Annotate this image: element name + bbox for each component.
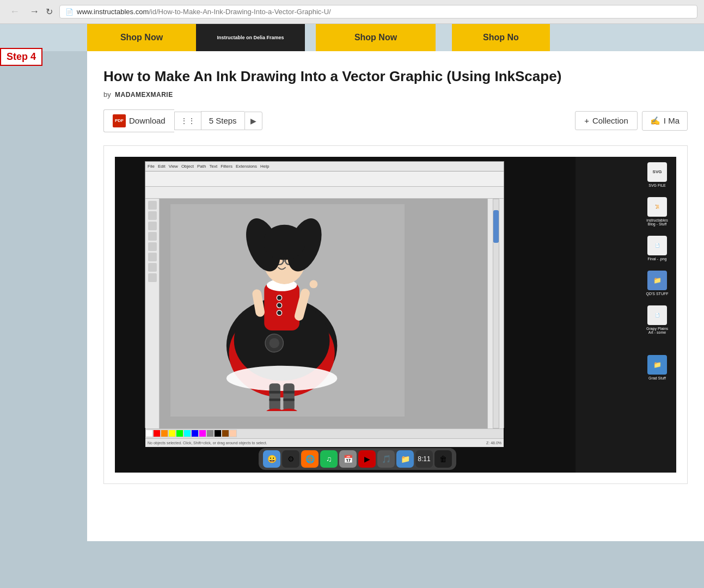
svg-rect-17 xyxy=(270,383,280,411)
collection-button[interactable]: + Collection xyxy=(575,111,638,130)
color-orange[interactable] xyxy=(161,430,168,437)
desktop-icons: SVG SVG FILE 📜 instructablesBlog - Stuff… xyxy=(576,157,676,385)
svg-point-29 xyxy=(310,280,318,288)
dock-gear[interactable]: ⚙ xyxy=(282,450,299,468)
inkscape-second-toolbar xyxy=(145,187,504,199)
inkscape-toolbox xyxy=(145,199,160,428)
ad-yellow-2[interactable]: Shop Now xyxy=(316,24,436,51)
refresh-button[interactable]: ↻ xyxy=(46,7,53,17)
address-bar[interactable]: 📄 www.instructables.com/id/How-to-Make-A… xyxy=(59,5,697,19)
svg-point-8 xyxy=(277,303,281,308)
author-name: MADAMExMARIE xyxy=(115,91,173,99)
article-author: by MADAMExMARIE xyxy=(103,90,688,99)
color-green[interactable] xyxy=(176,430,183,437)
inkscape-right-panel xyxy=(487,199,504,428)
dock-finder[interactable]: 😀 xyxy=(263,450,280,468)
imade-label: I Ma xyxy=(664,116,679,125)
ad-yellow-1[interactable]: Shop Now xyxy=(87,24,196,51)
step-badge-label: Step 4 xyxy=(7,51,36,62)
svg-rect-19 xyxy=(270,391,280,394)
mac-desktop: SVG SVG FILE 📜 instructablesBlog - Stuff… xyxy=(576,157,676,473)
steps-label: 5 Steps xyxy=(209,116,237,125)
desktop-icon-5: 📄 Grapy PlainsArt - some xyxy=(644,305,671,334)
character-illustration xyxy=(203,210,356,411)
dock-ical[interactable]: 📅 xyxy=(339,450,357,468)
left-sidebar xyxy=(0,51,87,541)
ad-shop-text-2: Shop Now xyxy=(354,33,397,42)
color-black[interactable] xyxy=(214,430,222,437)
svg-point-9 xyxy=(277,310,281,315)
status-text: No objects selected. Click, Shift+click,… xyxy=(148,441,267,445)
dock-firefox[interactable]: 🌐 xyxy=(301,450,319,468)
menu-filters: Filters xyxy=(221,164,232,169)
ad-dark[interactable]: Instructable on Delia Frames xyxy=(196,24,305,51)
desktop-icon-label-5: Grapy PlainsArt - some xyxy=(646,327,668,334)
toolbar-right: + Collection ✍ I Ma xyxy=(575,111,688,131)
desktop-icon-1: SVG SVG FILE xyxy=(644,162,671,187)
image-container: File Edit View Object Path Text Filters … xyxy=(103,145,688,484)
download-button[interactable]: PDF Download xyxy=(103,109,174,132)
next-icon: ▶ xyxy=(250,117,256,125)
ad-shop-text-1: Shop Now xyxy=(120,33,163,42)
dock-itunes[interactable]: 🎵 xyxy=(377,450,395,468)
url-path: /id/How-to-Make-An-Ink-Drawing-Into-a-Ve… xyxy=(149,8,330,16)
color-red[interactable] xyxy=(153,430,161,437)
ad-banner: Shop Now Instructable on Delia Frames Sh… xyxy=(0,24,704,51)
color-magenta[interactable] xyxy=(199,430,206,437)
inkscape-canvas xyxy=(160,199,487,428)
scrollbar-track[interactable] xyxy=(493,199,499,428)
content-area: How to Make An Ink Drawing Into a Vector… xyxy=(87,51,704,541)
desktop-icon-3: 📄 Final - .png xyxy=(644,236,671,261)
next-step-button[interactable]: ▶ xyxy=(244,112,262,130)
menu-file: File xyxy=(148,164,155,169)
ad-dark-text: Instructable on Delia Frames xyxy=(217,35,284,40)
color-yellow[interactable] xyxy=(168,430,176,437)
dock-container: 😀 ⚙ 🌐 ♫ 📅 ▶ 🎵 📁 8:11 🗑 xyxy=(259,448,456,470)
inkscape-color-palette xyxy=(145,428,504,438)
mac-dock: 😀 ⚙ 🌐 ♫ 📅 ▶ 🎵 📁 8:11 🗑 xyxy=(142,448,573,470)
color-white[interactable] xyxy=(145,430,153,437)
back-button[interactable]: ← xyxy=(7,5,23,19)
svg-point-28 xyxy=(270,338,280,348)
inkscape-main-area xyxy=(145,199,504,428)
color-cyan[interactable] xyxy=(183,430,191,437)
dock-trash[interactable]: 🗑 xyxy=(434,450,452,468)
desktop-icon-label-1: SVG FILE xyxy=(648,183,666,187)
banner-area: Step 4 Shop Now Instructable on Delia Fr… xyxy=(0,24,704,51)
svg-rect-22 xyxy=(283,399,294,401)
color-blue[interactable] xyxy=(191,430,199,437)
dock-finder2[interactable]: 📁 xyxy=(396,450,414,468)
desktop-icon-4: 📁 QD'S STUFF xyxy=(644,271,671,296)
desktop-icon-6: 📁 Grad Stuff xyxy=(644,355,671,380)
ad-yellow-3[interactable]: Shop No xyxy=(452,24,550,51)
i-made-it-button[interactable]: ✍ I Ma xyxy=(642,111,688,131)
desktop-icon-img-6: 📁 xyxy=(647,355,667,375)
toolbar-left: PDF Download ⋮⋮ 5 Steps ▶ xyxy=(103,109,262,132)
svg-rect-18 xyxy=(283,383,294,411)
hand-icon: ✍ xyxy=(650,116,660,126)
pdf-text: PDF xyxy=(115,118,124,123)
menu-help: Help xyxy=(260,164,269,169)
browser-chrome: ← → ↻ 📄 www.instructables.com/id/How-to-… xyxy=(0,0,704,24)
step-badge: Step 4 xyxy=(0,48,42,66)
menu-extensions: Extensions xyxy=(236,164,257,169)
tool-3 xyxy=(148,222,157,230)
collection-label: Collection xyxy=(592,116,628,125)
steps-button[interactable]: 5 Steps xyxy=(201,111,244,130)
dock-time[interactable]: 8:11 xyxy=(415,450,433,468)
color-peach[interactable] xyxy=(229,430,237,437)
menu-text: Text xyxy=(209,164,217,169)
svg-rect-21 xyxy=(283,391,294,394)
color-gray[interactable] xyxy=(206,430,214,437)
svg-point-3 xyxy=(226,366,338,391)
svg-point-24 xyxy=(280,408,298,411)
dock-music[interactable]: ♫ xyxy=(320,450,338,468)
color-brown[interactable] xyxy=(222,430,229,437)
zoom-info: Z: 48.0% xyxy=(486,441,501,445)
dock-quicktime[interactable]: ▶ xyxy=(358,450,376,468)
grid-view-button[interactable]: ⋮⋮ xyxy=(174,112,201,130)
grid-icon: ⋮⋮ xyxy=(180,117,195,125)
desktop-icon-label-4: QD'S STUFF xyxy=(646,292,668,296)
menu-object: Object xyxy=(181,164,194,169)
forward-button[interactable]: → xyxy=(26,5,42,19)
